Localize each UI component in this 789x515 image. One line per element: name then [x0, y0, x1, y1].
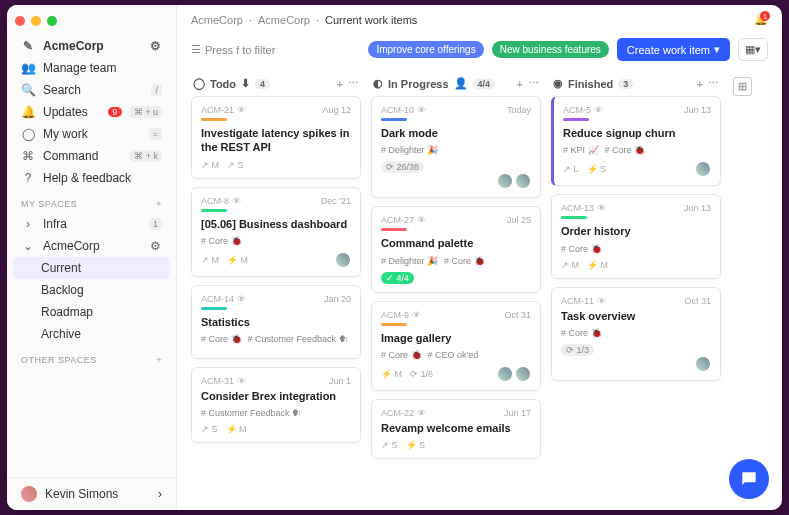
other-spaces-header: OTHER SPACES +	[7, 345, 176, 369]
space-child[interactable]: Current	[13, 257, 170, 279]
card-id: ACM-22 👁	[381, 408, 426, 418]
chevron-right-icon: ›	[158, 487, 162, 501]
card[interactable]: ACM-11 👁Oct 31 Task overview # Core 🐞 ⟳ …	[551, 287, 721, 381]
card-tags: # Core 🐞	[561, 328, 711, 338]
gear-icon[interactable]: ⚙	[148, 239, 162, 253]
tag[interactable]: # Delighter 🎉	[381, 256, 438, 266]
add-other-space-icon[interactable]: +	[156, 355, 162, 365]
tag[interactable]: # Delighter 🎉	[381, 145, 438, 155]
breadcrumb: AcmeCorp · AcmeCorp · Current work items…	[177, 5, 782, 34]
card-date: Jun 13	[684, 203, 711, 213]
sidebar-item[interactable]: ?Help & feedback	[7, 167, 176, 189]
card-date: Jul 25	[507, 215, 531, 225]
card-title: Revamp welcome emails	[381, 421, 531, 435]
crumb-2[interactable]: Current work items	[325, 14, 417, 26]
space-child[interactable]: Backlog	[7, 279, 176, 301]
assignee-avatar[interactable]	[335, 252, 351, 268]
close-icon[interactable]	[15, 16, 25, 26]
column-extra-icon: ⬇	[241, 77, 250, 90]
pill-improve[interactable]: Improve core offerings	[368, 41, 483, 58]
tag[interactable]: # Core 🐞	[381, 350, 422, 360]
sidebar-item[interactable]: 🔔Updates9⌘ + u	[7, 101, 176, 123]
space-item[interactable]: ›Infra1	[7, 213, 176, 235]
column-header: ◯ Todo ⬇ 4 + ⋯	[191, 71, 361, 96]
assignee-avatar[interactable]	[515, 366, 531, 382]
card-title: Image gallery	[381, 331, 531, 345]
space-label: Infra	[43, 217, 141, 231]
gear-icon[interactable]: ⚙	[148, 39, 162, 53]
window-controls[interactable]	[15, 16, 57, 26]
assignee-avatar[interactable]	[497, 173, 513, 189]
nav-icon: 🔍	[21, 83, 35, 97]
assignee-avatar[interactable]	[695, 356, 711, 372]
add-space-icon[interactable]: +	[156, 199, 162, 209]
notifications-button[interactable]: 🔔1	[754, 13, 768, 26]
intercom-button[interactable]	[729, 459, 769, 499]
tag[interactable]: # Core 🐞	[561, 328, 602, 338]
card-footer	[561, 356, 711, 372]
crumb-0[interactable]: AcmeCorp	[191, 14, 243, 26]
add-column-button[interactable]: ⊞	[731, 71, 754, 496]
tag[interactable]: # Core 🐞	[201, 334, 242, 344]
column-menu-icon[interactable]: ⋯	[708, 77, 719, 90]
nav-label: Help & feedback	[43, 171, 162, 185]
chevron-icon: ⌄	[21, 239, 35, 253]
tag[interactable]: # Core 🐞	[561, 244, 602, 254]
shortcut: /	[151, 84, 162, 96]
tag[interactable]: # Customer Feedback 🗣	[201, 408, 301, 418]
card-id: ACM-31 👁	[201, 376, 246, 386]
sidebar-item[interactable]: ◯My work=	[7, 123, 176, 145]
sidebar-item[interactable]: 👥Manage team	[7, 57, 176, 79]
card[interactable]: ACM-27 👁Jul 25 Command palette # Delight…	[371, 206, 541, 292]
filter-hint[interactable]: ☰ Press f to filter	[191, 43, 360, 56]
column-menu-icon[interactable]: ⋯	[348, 77, 359, 90]
space-item[interactable]: ⌄AcmeCorp⚙	[7, 235, 176, 257]
card[interactable]: ACM-10 👁Today Dark mode # Delighter 🎉 ⟳ …	[371, 96, 541, 198]
card[interactable]: ACM-31 👁Jun 1 Consider Brex integration …	[191, 367, 361, 443]
eye-icon: 👁	[237, 105, 246, 115]
eye-icon: 👁	[237, 376, 246, 386]
user-menu[interactable]: Kevin Simons ›	[7, 477, 176, 510]
tag[interactable]: # Customer Feedback 🗣	[248, 334, 348, 344]
create-work-item-button[interactable]: Create work item▾	[617, 38, 730, 61]
add-card-icon[interactable]: +	[697, 78, 703, 90]
tag[interactable]: # Core 🐞	[201, 236, 242, 246]
maximize-icon[interactable]	[47, 16, 57, 26]
column-count: 3	[618, 79, 633, 89]
card[interactable]: ACM-14 👁Jan 20 Statistics # Core 🐞# Cust…	[191, 285, 361, 359]
add-card-icon[interactable]: +	[337, 78, 343, 90]
card-title: Dark mode	[381, 126, 531, 140]
assignee-avatar[interactable]	[497, 366, 513, 382]
progress: ⟳ 1/3	[561, 344, 711, 356]
card[interactable]: ACM-21 👁Aug 12 Investigate latency spike…	[191, 96, 361, 179]
card[interactable]: ACM-22 👁Jun 17 Revamp welcome emails ↗ S…	[371, 399, 541, 459]
assignee-avatar[interactable]	[695, 161, 711, 177]
minimize-icon[interactable]	[31, 16, 41, 26]
org-switcher[interactable]: ✎ AcmeCorp ⚙	[7, 35, 176, 57]
add-card-icon[interactable]: +	[517, 78, 523, 90]
effort-label: ⚡ M	[227, 255, 248, 265]
effort-label: ↗ L	[563, 164, 579, 174]
tag[interactable]: # CEO ok'ed	[428, 350, 479, 360]
sidebar-item[interactable]: ⌘Command⌘ + k	[7, 145, 176, 167]
pill-newbiz[interactable]: New business features	[492, 41, 609, 58]
card-date: Jun 17	[504, 408, 531, 418]
effort-label: ↗ M	[561, 260, 579, 270]
count: 1	[149, 218, 162, 230]
column-menu-icon[interactable]: ⋯	[528, 77, 539, 90]
card[interactable]: ACM-8 👁Dec '21 [05.06] Business dashboar…	[191, 187, 361, 277]
space-child[interactable]: Archive	[7, 323, 176, 345]
card[interactable]: ACM-13 👁Jun 13 Order history # Core 🐞 ↗ …	[551, 194, 721, 278]
view-layout-button[interactable]: ▦▾	[738, 38, 768, 61]
sidebar-item[interactable]: 🔍Search/	[7, 79, 176, 101]
space-child[interactable]: Roadmap	[7, 301, 176, 323]
status-icon: ◉	[553, 77, 563, 90]
child-label: Archive	[41, 327, 162, 341]
tag[interactable]: # KPI 📈	[563, 145, 599, 155]
tag[interactable]: # Core 🐞	[444, 256, 485, 266]
card[interactable]: ACM-5 👁Jun 13 Reduce signup churn # KPI …	[551, 96, 721, 186]
crumb-1[interactable]: AcmeCorp	[258, 14, 310, 26]
assignee-avatar[interactable]	[515, 173, 531, 189]
card[interactable]: ACM-9 👁Oct 31 Image gallery # Core 🐞# CE…	[371, 301, 541, 391]
tag[interactable]: # Core 🐞	[605, 145, 646, 155]
